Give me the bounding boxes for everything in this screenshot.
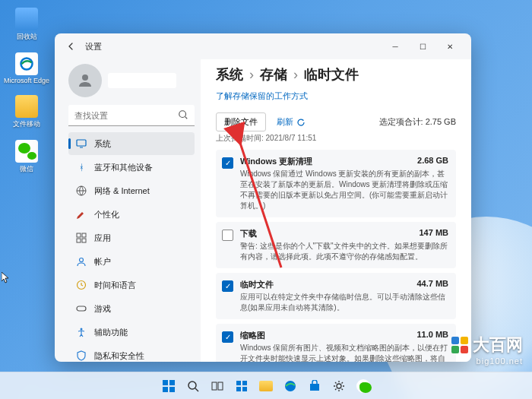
nav-privacy[interactable]: 隐私和安全性 bbox=[68, 344, 195, 362]
svg-point-2 bbox=[179, 111, 186, 118]
desktop-icon-folder[interactable]: 文件移动 bbox=[11, 95, 43, 129]
taskbar bbox=[0, 372, 532, 399]
edge-icon bbox=[15, 52, 38, 75]
checkbox[interactable] bbox=[222, 230, 233, 241]
svg-rect-18 bbox=[169, 387, 175, 392]
temp-items-list: Windows 更新清理2.68 GB Windows 保留通过 Windows… bbox=[216, 150, 456, 362]
svg-rect-15 bbox=[163, 380, 168, 385]
search bbox=[68, 105, 195, 126]
svg-rect-4 bbox=[77, 140, 86, 146]
taskbar-store[interactable] bbox=[304, 375, 325, 397]
nav-network[interactable]: 网络 & Internet bbox=[68, 179, 195, 202]
profile-name bbox=[108, 73, 176, 88]
taskbar-search[interactable] bbox=[182, 375, 204, 397]
item-thumbnails[interactable]: 缩略图11.0 MB Windows 保留所有图片、视频和文档缩略图的副本，以便… bbox=[216, 324, 456, 362]
avatar bbox=[68, 64, 102, 97]
watermark-icon bbox=[451, 337, 468, 353]
actions-row: 删除文件 刷新 选定项合计: 2.75 GB bbox=[216, 112, 456, 131]
breadcrumb: 系统 › 存储 › 临时文件 bbox=[216, 65, 456, 84]
taskbar-explorer[interactable] bbox=[255, 375, 277, 397]
maximize-button[interactable]: ☐ bbox=[409, 35, 436, 58]
search-input[interactable] bbox=[68, 105, 195, 126]
desktop-icon-recycle[interactable]: 回收站 bbox=[11, 8, 43, 42]
shield-icon bbox=[76, 350, 87, 361]
taskbar-settings[interactable] bbox=[328, 375, 350, 397]
mouse-cursor bbox=[2, 272, 11, 284]
checkbox[interactable] bbox=[222, 280, 233, 292]
start-button[interactable] bbox=[158, 375, 179, 397]
desktop-icon-wechat[interactable]: 微信 bbox=[11, 140, 43, 174]
nav-system[interactable]: 系统 bbox=[68, 132, 195, 155]
svg-line-20 bbox=[195, 388, 198, 391]
svg-point-11 bbox=[80, 258, 84, 262]
nav-list: 系统 ᚼ蓝牙和其他设备 网络 & Internet 个性化 应用 帐户 时间和语… bbox=[68, 132, 195, 362]
svg-rect-25 bbox=[236, 387, 241, 391]
edge-icon bbox=[283, 379, 297, 393]
item-windows-update-cleanup[interactable]: Windows 更新清理2.68 GB Windows 保留通过 Windows… bbox=[216, 150, 456, 217]
settings-window: 设置 ─ ☐ ✕ 系统 ᚼ蓝牙和其他设备 网络 & Internet 个性 bbox=[55, 33, 471, 362]
minimize-button[interactable]: ─ bbox=[382, 35, 409, 58]
clock-icon bbox=[76, 280, 87, 290]
wechat-icon bbox=[356, 379, 370, 393]
svg-point-14 bbox=[81, 328, 83, 331]
svg-rect-22 bbox=[218, 382, 223, 390]
bluetooth-icon: ᚼ bbox=[76, 162, 87, 173]
svg-point-29 bbox=[337, 384, 341, 388]
personalize-icon bbox=[76, 209, 87, 220]
nav-apps[interactable]: 应用 bbox=[68, 226, 195, 249]
nav-personalize[interactable]: 个性化 bbox=[68, 203, 195, 226]
wechat-icon bbox=[15, 140, 38, 163]
svg-point-1 bbox=[82, 74, 88, 81]
folder-icon bbox=[259, 381, 273, 391]
crumb-storage[interactable]: 存储 bbox=[260, 65, 287, 84]
svg-rect-13 bbox=[77, 306, 86, 311]
accounts-icon bbox=[76, 256, 87, 267]
gear-icon bbox=[333, 380, 345, 392]
profile[interactable] bbox=[68, 64, 195, 97]
item-downloads[interactable]: 下载147 MB 警告: 这些是你的个人"下载"文件夹中的文件。如果想要删除所有… bbox=[216, 222, 456, 268]
last-scan: 上次扫描时间: 2021/8/7 11:51 bbox=[216, 133, 456, 144]
window-title: 设置 bbox=[85, 41, 102, 52]
svg-rect-24 bbox=[242, 381, 247, 385]
svg-rect-17 bbox=[163, 387, 168, 392]
item-temp-files[interactable]: 临时文件44.7 MB 应用可以在特定文件夹中存储临时信息。可以手动清除这些信息… bbox=[216, 273, 456, 319]
svg-rect-28 bbox=[310, 384, 319, 391]
refresh-button[interactable]: 刷新 bbox=[277, 116, 306, 128]
svg-line-3 bbox=[185, 117, 188, 119]
sidebar: 系统 ᚼ蓝牙和其他设备 网络 & Internet 个性化 应用 帐户 时间和语… bbox=[55, 59, 201, 362]
svg-rect-21 bbox=[212, 382, 217, 390]
checkbox[interactable] bbox=[222, 157, 233, 169]
desktop-icons: 回收站 Microsoft Edge 文件移动 微信 bbox=[11, 8, 43, 174]
svg-point-19 bbox=[188, 382, 196, 389]
nav-gaming[interactable]: 游戏 bbox=[68, 297, 195, 320]
widgets[interactable] bbox=[231, 375, 252, 397]
accessibility-icon bbox=[76, 327, 87, 337]
close-button[interactable]: ✕ bbox=[436, 35, 464, 58]
delete-files-button[interactable]: 删除文件 bbox=[216, 112, 266, 131]
gaming-icon bbox=[76, 303, 87, 314]
folder-icon bbox=[15, 95, 38, 118]
taskbar-edge[interactable] bbox=[280, 375, 301, 397]
nav-accessibility[interactable]: 辅助功能 bbox=[68, 321, 195, 344]
task-view[interactable] bbox=[207, 375, 228, 397]
crumb-system[interactable]: 系统 bbox=[216, 65, 243, 84]
svg-rect-10 bbox=[82, 239, 86, 242]
system-icon bbox=[76, 138, 87, 149]
svg-rect-8 bbox=[82, 233, 86, 237]
nav-bluetooth[interactable]: ᚼ蓝牙和其他设备 bbox=[68, 156, 195, 179]
nav-time[interactable]: 时间和语言 bbox=[68, 274, 195, 296]
recycle-bin-icon bbox=[15, 8, 38, 30]
desktop-icon-edge[interactable]: Microsoft Edge bbox=[11, 52, 43, 84]
svg-rect-9 bbox=[77, 239, 81, 242]
taskbar-wechat[interactable] bbox=[353, 375, 374, 397]
svg-rect-16 bbox=[169, 380, 175, 385]
nav-accounts[interactable]: 帐户 bbox=[68, 250, 195, 273]
apps-icon bbox=[76, 233, 87, 243]
back-button[interactable] bbox=[62, 37, 81, 55]
search-icon bbox=[178, 109, 188, 120]
checkbox[interactable] bbox=[222, 331, 233, 343]
learn-link[interactable]: 了解存储保留的工作方式 bbox=[216, 90, 308, 102]
total-selected: 选定项合计: 2.75 GB bbox=[379, 116, 456, 128]
store-icon bbox=[309, 380, 321, 392]
refresh-icon bbox=[296, 118, 306, 127]
